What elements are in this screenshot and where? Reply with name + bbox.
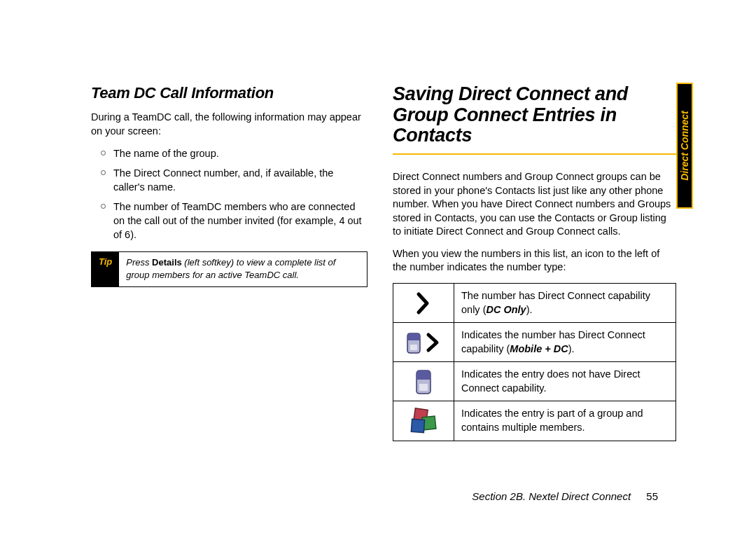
- page-footer: Section 2B. Nextel Direct Connect 55: [472, 490, 658, 502]
- icon-desc: Indicates the entry is part of a group a…: [454, 401, 676, 441]
- group-squares-icon: [409, 407, 438, 435]
- phone-chevron-icon: [403, 331, 444, 354]
- left-heading: Team DC Call Information: [91, 84, 368, 102]
- footer-page-number: 55: [646, 490, 658, 502]
- side-tab-label: Direct Connect: [679, 111, 690, 181]
- icon-desc: The number has Direct Connect capability…: [454, 284, 676, 323]
- table-row: Indicates the number has Direct Connect …: [393, 323, 676, 362]
- bullet-list: The name of the group. The Direct Connec…: [91, 146, 368, 242]
- icon-desc: Indicates the entry does not have Direct…: [454, 362, 676, 401]
- table-row: The number has Direct Connect capability…: [393, 284, 676, 323]
- list-item: The name of the group.: [104, 146, 368, 160]
- svg-rect-1: [419, 384, 428, 391]
- tip-box: Tip Press Details (left softkey) to view…: [91, 251, 368, 287]
- desc-text: Indicates the entry is part of a group a…: [461, 408, 643, 433]
- desc-em: DC Only: [486, 304, 526, 315]
- icon-table: The number has Direct Connect capability…: [393, 283, 676, 441]
- footer-section: Section 2B. Nextel Direct Connect: [472, 490, 631, 502]
- phone-icon: [413, 368, 434, 395]
- list-item: The number of TeamDC members who are con…: [104, 200, 368, 242]
- tip-text-prefix: Press: [126, 257, 152, 268]
- svg-rect-4: [411, 419, 424, 432]
- table-row: Indicates the entry is part of a group a…: [393, 401, 676, 441]
- icon-desc: Indicates the number has Direct Connect …: [454, 323, 676, 362]
- chevron-icon: [412, 291, 435, 315]
- left-column: Team DC Call Information During a TeamDC…: [91, 84, 368, 441]
- desc-text: Indicates the entry does not have Direct…: [461, 368, 640, 394]
- columns: Team DC Call Information During a TeamDC…: [91, 84, 668, 441]
- tip-body: Press Details (left softkey) to view a c…: [119, 252, 367, 286]
- icon-group: [393, 401, 454, 441]
- left-intro: During a TeamDC call, the following info…: [91, 111, 368, 138]
- svg-rect-0: [410, 345, 417, 350]
- icon-mobile-dc: [393, 323, 454, 362]
- right-column: Saving Direct Connect and Group Connect …: [393, 84, 676, 441]
- desc-post: ).: [526, 304, 533, 315]
- right-para1: Direct Connect numbers and Group Connect…: [393, 170, 676, 239]
- desc-em: Mobile + DC: [510, 343, 568, 354]
- tip-label: Tip: [92, 252, 119, 286]
- icon-no-dc: [393, 362, 454, 401]
- tip-bold: Details: [152, 257, 182, 268]
- side-tab: Direct Connect: [676, 83, 693, 209]
- page: Direct Connect Team DC Call Information …: [0, 0, 756, 540]
- heading-rule: [393, 153, 676, 155]
- list-item: The Direct Connect number, and, if avail…: [104, 166, 368, 194]
- right-para2: When you view the numbers in this list, …: [393, 247, 676, 275]
- table-row: Indicates the entry does not have Direct…: [393, 362, 676, 401]
- icon-dc-only: [393, 284, 454, 323]
- desc-post: ).: [568, 343, 575, 354]
- right-heading: Saving Direct Connect and Group Connect …: [393, 84, 676, 146]
